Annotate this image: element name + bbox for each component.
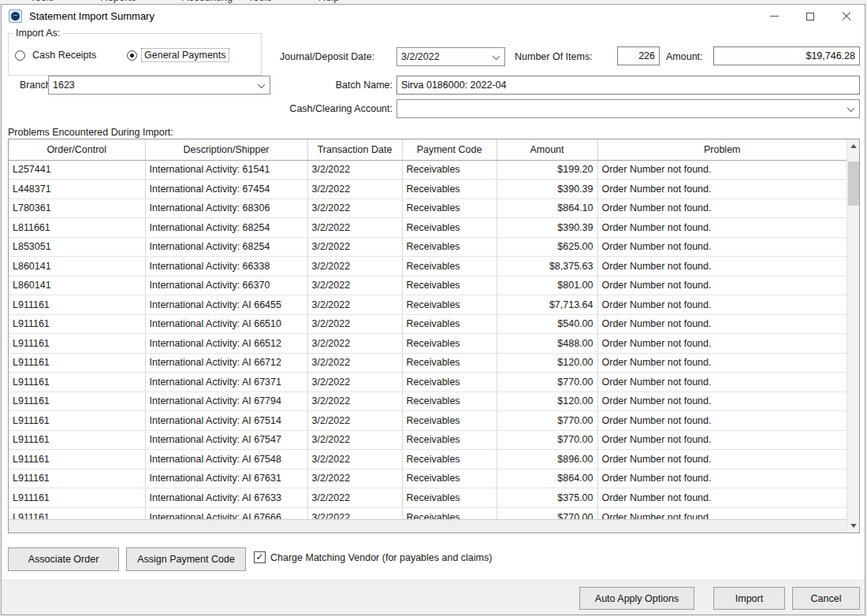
table-cell[interactable]: Receivables (402, 353, 497, 373)
radio-general-payments[interactable]: General Payments (127, 48, 229, 62)
table-cell[interactable]: International Activity: AI 67514 (145, 411, 307, 431)
table-cell[interactable]: $8,375.63 (497, 257, 597, 276)
table-cell[interactable]: International Activity: 61541 (145, 160, 307, 180)
table-cell[interactable]: $625.00 (497, 237, 597, 257)
table-row[interactable]: L911161International Activity: AI 675483… (9, 450, 847, 469)
table-cell[interactable]: Receivables (402, 257, 497, 276)
table-cell[interactable]: $801.00 (497, 276, 597, 295)
table-cell[interactable]: Order Number not found. (597, 237, 847, 257)
table-cell[interactable]: $770.00 (497, 430, 597, 450)
checkbox-icon[interactable]: ✓ (254, 551, 266, 563)
table-row[interactable]: L780361International Activity: 683063/2/… (9, 199, 847, 218)
table-cell[interactable]: Receivables (402, 218, 497, 238)
table-cell[interactable]: International Activity: 66370 (145, 276, 307, 295)
scroll-down-button[interactable] (847, 519, 860, 533)
table-cell[interactable]: Receivables (402, 199, 497, 218)
minimize-button[interactable] (756, 5, 792, 28)
table-cell[interactable]: $770.00 (497, 411, 597, 431)
auto-apply-options-button[interactable]: Auto Apply Options (579, 587, 694, 610)
table-cell[interactable]: $864.10 (497, 199, 597, 218)
table-cell[interactable]: Receivables (402, 180, 497, 199)
table-cell[interactable]: 3/2/2022 (307, 430, 402, 450)
table-row[interactable]: L911161International Activity: AI 665103… (9, 314, 847, 334)
table-cell[interactable]: International Activity: 68306 (145, 199, 307, 218)
table-cell[interactable]: Order Number not found. (597, 430, 847, 450)
table-cell[interactable]: International Activity: AI 66512 (145, 334, 307, 354)
table-cell[interactable]: International Activity: 66338 (145, 257, 307, 276)
table-cell[interactable]: L911161 (9, 450, 145, 469)
table-row[interactable]: L257441International Activity: 615413/2/… (9, 160, 847, 180)
column-header[interactable]: Description/Shipper (145, 139, 307, 160)
table-cell[interactable]: $390.39 (497, 180, 597, 199)
table-cell[interactable]: Order Number not found. (597, 488, 847, 508)
table-cell[interactable]: International Activity: AI 67631 (145, 469, 307, 488)
table-cell[interactable]: L911161 (9, 391, 145, 411)
scroll-up-button[interactable] (847, 139, 860, 153)
table-cell[interactable]: Receivables (402, 295, 497, 315)
table-row[interactable]: L911161International Activity: AI 676333… (9, 488, 847, 508)
table-row[interactable]: L911161International Activity: AI 677943… (9, 391, 847, 411)
batch-name-field[interactable] (396, 76, 860, 95)
table-cell[interactable]: $120.00 (497, 353, 597, 373)
table-cell[interactable]: 3/2/2022 (307, 353, 402, 373)
table-row[interactable]: L911161International Activity: AI 665123… (9, 334, 847, 354)
associate-order-button[interactable]: Associate Order (8, 547, 119, 571)
branch-combo[interactable]: 1623 (48, 76, 270, 95)
table-cell[interactable]: 3/2/2022 (307, 411, 402, 431)
amount-field[interactable] (713, 46, 860, 65)
table-cell[interactable]: L911161 (9, 469, 145, 488)
table-cell[interactable]: L911161 (9, 334, 145, 354)
column-header[interactable]: Transaction Date (307, 139, 402, 160)
table-cell[interactable]: International Activity: 67454 (145, 180, 307, 199)
table-cell[interactable]: 3/2/2022 (307, 160, 402, 180)
table-cell[interactable]: 3/2/2022 (307, 218, 402, 238)
vertical-scrollbar[interactable] (847, 139, 859, 533)
table-cell[interactable]: $770.00 (497, 373, 597, 392)
cancel-button[interactable]: Cancel (792, 587, 860, 610)
table-cell[interactable]: Receivables (402, 450, 497, 469)
table-row[interactable]: L911161International Activity: AI 675143… (9, 411, 847, 431)
table-cell[interactable]: Order Number not found. (597, 469, 847, 488)
table-cell[interactable]: Receivables (402, 488, 497, 508)
column-header[interactable]: Problem (597, 139, 847, 160)
table-cell[interactable]: 3/2/2022 (307, 199, 402, 218)
column-header[interactable]: Order/Control (9, 139, 145, 160)
table-cell[interactable]: International Activity: 68254 (145, 237, 307, 257)
radio-cash-receipts[interactable]: Cash Receipts (15, 48, 99, 62)
table-cell[interactable]: L911161 (9, 488, 145, 508)
table-cell[interactable]: 3/2/2022 (307, 314, 402, 334)
table-row[interactable]: L448371International Activity: 674543/2/… (9, 180, 847, 199)
table-cell[interactable]: International Activity: AI 66510 (145, 314, 307, 334)
table-cell[interactable]: L448371 (9, 180, 145, 199)
table-cell[interactable]: International Activity: 68254 (145, 218, 307, 238)
table-cell[interactable]: 3/2/2022 (307, 391, 402, 411)
table-cell[interactable]: Order Number not found. (597, 160, 847, 180)
table-row[interactable]: L860141International Activity: 663383/2/… (9, 257, 847, 276)
table-cell[interactable]: 3/2/2022 (307, 373, 402, 392)
table-cell[interactable]: Order Number not found. (597, 276, 847, 295)
table-cell[interactable]: 3/2/2022 (307, 276, 402, 295)
table-cell[interactable]: Order Number not found. (597, 257, 847, 276)
scrollbar-thumb[interactable] (848, 161, 859, 206)
table-cell[interactable]: L780361 (9, 199, 145, 218)
table-cell[interactable]: Order Number not found. (597, 411, 847, 431)
table-cell[interactable]: Receivables (402, 430, 497, 450)
table-cell[interactable]: $864.00 (497, 469, 597, 488)
table-cell[interactable]: Receivables (402, 276, 497, 295)
table-cell[interactable]: International Activity: AI 67547 (145, 430, 307, 450)
title-bar[interactable]: Statement Import Summary (2, 5, 865, 28)
table-cell[interactable]: $390.39 (497, 218, 597, 238)
table-cell[interactable]: L911161 (9, 411, 145, 431)
table-cell[interactable]: Receivables (402, 334, 497, 354)
table-cell[interactable]: 3/2/2022 (307, 257, 402, 276)
number-of-items-field[interactable] (617, 46, 660, 65)
table-cell[interactable]: L811661 (9, 218, 145, 238)
table-cell[interactable]: L911161 (9, 314, 145, 334)
table-cell[interactable]: Order Number not found. (597, 334, 847, 354)
table-cell[interactable]: International Activity: AI 66712 (145, 353, 307, 373)
table-cell[interactable]: Order Number not found. (597, 199, 847, 218)
table-row[interactable]: L911161International Activity: AI 676313… (9, 469, 847, 488)
table-cell[interactable]: Order Number not found. (597, 295, 847, 315)
table-cell[interactable]: Receivables (402, 160, 497, 180)
table-cell[interactable]: 3/2/2022 (307, 180, 402, 199)
